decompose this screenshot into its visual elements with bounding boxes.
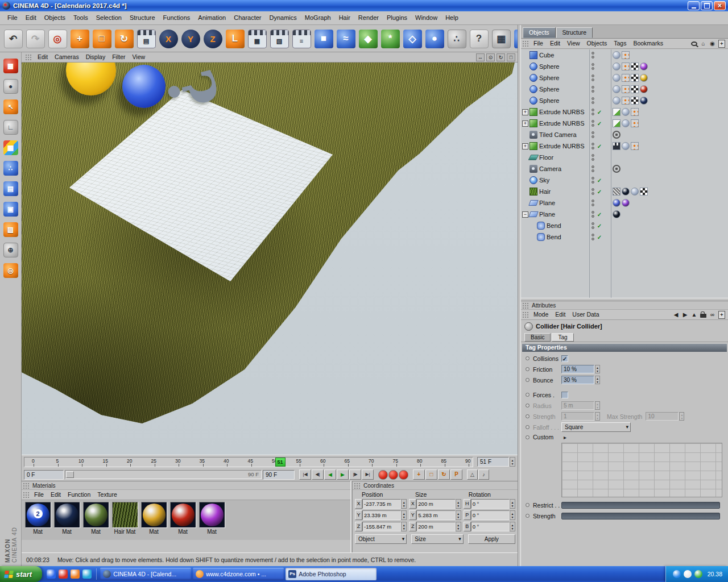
selection-filter-button[interactable]: ◎	[2, 263, 19, 278]
quick-launch-2[interactable]	[59, 569, 68, 579]
menu-mograph[interactable]: MoGraph	[301, 11, 335, 24]
falloff-spline-grid[interactable]	[561, 443, 722, 497]
apply-button[interactable]: Apply	[468, 534, 515, 544]
menu-objects[interactable]: Objects	[40, 11, 69, 24]
enabled-check[interactable]: ✓	[596, 143, 603, 149]
render-visibility-dot[interactable]	[592, 181, 594, 184]
tray-icon-2[interactable]	[684, 570, 692, 578]
phong-tag[interactable]	[631, 188, 639, 196]
friction-spinner[interactable]	[595, 365, 600, 373]
coordinate-field[interactable]: 0 °	[471, 522, 510, 531]
texture-axis-mode-button[interactable]: ▨	[2, 222, 19, 238]
phong-tag[interactable]	[613, 74, 621, 82]
mat-tag[interactable]	[640, 63, 648, 70]
autokeying-button[interactable]	[388, 470, 398, 480]
object-row-extrude-nurbs[interactable]: +Extrude NURBS✓	[521, 140, 728, 152]
viewport-canvas[interactable]: ?	[22, 63, 518, 455]
move-button[interactable]: +	[69, 27, 90, 50]
materials-menu-file[interactable]: File	[31, 490, 47, 500]
record-pla-button[interactable]: △	[467, 469, 478, 480]
expand-arrow-icon[interactable]	[564, 434, 566, 440]
material-item[interactable]: 2Mat	[24, 502, 52, 535]
object-row-floor[interactable]: Floor	[521, 152, 728, 163]
model-mode-button[interactable]: ●	[2, 78, 19, 94]
render-visibility-dot[interactable]	[592, 226, 594, 229]
enabled-check[interactable]: ✓	[596, 189, 603, 195]
add-primitive-button[interactable]: ■	[313, 27, 334, 50]
render-visibility-dot[interactable]	[592, 158, 594, 161]
friction-field[interactable]: 10 %	[561, 365, 594, 373]
render-visibility-dot[interactable]	[592, 238, 594, 240]
snap-mode-button[interactable]: ⊕	[2, 242, 19, 258]
rotate-button[interactable]: ↻	[113, 27, 135, 50]
editor-visibility-dot[interactable]	[592, 199, 594, 202]
preview-range-slider[interactable]: 90 F	[65, 470, 262, 479]
menu-render[interactable]: Render	[354, 11, 383, 24]
materials-menu-function[interactable]: Function	[64, 490, 94, 500]
coordinate-spinner[interactable]	[401, 499, 407, 509]
render-visibility-dot[interactable]	[592, 215, 594, 218]
material-item[interactable]: Hair Mat	[111, 502, 139, 535]
animation-dot[interactable]	[526, 367, 530, 371]
coordinate-spinner[interactable]	[510, 522, 515, 531]
object-manager-menu-file[interactable]: File	[530, 39, 547, 48]
render-view-button[interactable]: ▦	[246, 27, 268, 50]
mat-tag[interactable]	[640, 85, 648, 93]
render-visibility-dot[interactable]	[592, 192, 594, 195]
tray-icon-1[interactable]	[673, 570, 681, 578]
attributes-menu-mode[interactable]: Mode	[530, 310, 552, 319]
range-slider-handle[interactable]	[66, 471, 74, 478]
phong-tag[interactable]	[613, 63, 621, 70]
structure-manager-button[interactable]: ▦	[490, 27, 512, 50]
checker-tag[interactable]	[640, 188, 648, 196]
render-active-view-button[interactable]: ▧	[268, 27, 290, 50]
mat-tag[interactable]	[613, 199, 621, 207]
current-frame-marker[interactable]: 51	[275, 458, 286, 467]
mat-tag[interactable]	[622, 199, 630, 207]
editor-visibility-dot[interactable]	[592, 165, 594, 168]
goto-end-button[interactable]: ▶|	[362, 469, 374, 480]
menu-functions[interactable]: Functions	[159, 11, 195, 24]
display-tag[interactable]	[631, 119, 639, 127]
coordinate-spinner[interactable]	[456, 522, 461, 531]
phong-tag[interactable]	[622, 142, 630, 150]
panel-grip[interactable]	[354, 483, 361, 489]
start-button[interactable]: start	[0, 566, 42, 582]
render-settings-button[interactable]: ≡	[291, 27, 312, 50]
object-row-extrude-nurbs[interactable]: +Extrude NURBS✓	[521, 118, 728, 129]
panel-grip[interactable]	[25, 54, 32, 60]
object-row-bend[interactable]: Bend✓	[521, 231, 728, 243]
tab-objects[interactable]: Objects	[523, 27, 556, 38]
animation-dot[interactable]	[526, 503, 530, 507]
next-key-button[interactable]: |▶	[349, 469, 361, 480]
animation-dot[interactable]	[526, 356, 530, 360]
editor-visibility-dot[interactable]	[592, 177, 594, 180]
animation-dot[interactable]	[526, 393, 530, 397]
display-tag[interactable]	[622, 63, 630, 70]
editor-visibility-dot[interactable]	[592, 154, 594, 157]
coordinate-field[interactable]: -237.735 m	[362, 499, 401, 509]
object-row-cube[interactable]: Cube	[521, 49, 728, 61]
attributes-menu-user-data[interactable]: User Data	[569, 310, 602, 319]
coordinate-field[interactable]: 200 m	[416, 499, 455, 509]
panel-grip[interactable]	[23, 483, 30, 489]
render-visibility-dot[interactable]	[592, 169, 594, 172]
redo-button[interactable]: ↷	[24, 27, 46, 50]
previous-key-button[interactable]: ◀|	[312, 469, 324, 480]
record-position-toggle[interactable]: +	[413, 469, 425, 480]
workplane-mode-button[interactable]: ∟	[2, 119, 19, 135]
sound-button[interactable]: ♪	[478, 469, 489, 480]
display-tag[interactable]	[631, 108, 639, 116]
focus-icon[interactable]: ◉	[709, 40, 715, 48]
coordinate-field[interactable]: 23.339 m	[362, 510, 401, 520]
menu-animation[interactable]: Animation	[194, 11, 230, 24]
object-row-bend[interactable]: Bend✓	[521, 220, 728, 231]
menu-window[interactable]: Window	[411, 11, 441, 24]
menu-edit[interactable]: Edit	[22, 11, 40, 24]
coordinate-spinner[interactable]	[401, 510, 407, 520]
enabled-check[interactable]: ✓	[596, 211, 603, 218]
menu-selection[interactable]: Selection	[92, 11, 126, 24]
display-tag[interactable]	[622, 85, 630, 93]
record-scale-toggle[interactable]: □	[425, 469, 437, 480]
edges-mode-button[interactable]: ▤	[2, 181, 19, 197]
